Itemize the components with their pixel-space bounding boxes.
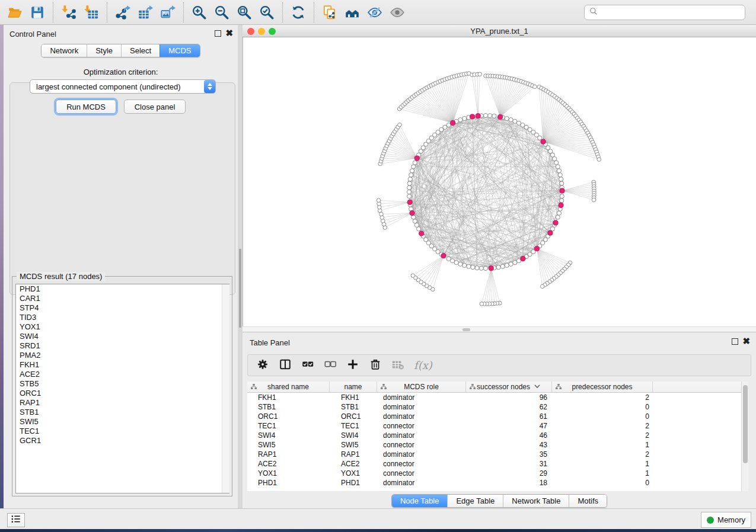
network-node[interactable]: [483, 113, 487, 117]
show-panels-button[interactable]: [7, 513, 25, 527]
mcds-hub-node[interactable]: [410, 210, 414, 215]
search-input[interactable]: [601, 8, 740, 18]
zoom-fit-button[interactable]: [233, 2, 256, 23]
tab-mcds[interactable]: MCDS: [160, 44, 199, 57]
network-node[interactable]: [458, 262, 462, 266]
table-float-icon[interactable]: [732, 338, 738, 345]
mcds-result-item[interactable]: SWI4: [16, 332, 229, 341]
mcds-result-item[interactable]: ORC1: [16, 389, 229, 398]
mcds-hub-node[interactable]: [548, 230, 553, 235]
search-box[interactable]: [584, 5, 745, 20]
tab-edge-table[interactable]: Edge Table: [447, 495, 503, 507]
tab-style[interactable]: Style: [87, 44, 121, 57]
table-row[interactable]: FKH1FKH1dominator962: [247, 393, 748, 402]
deselect-all-button[interactable]: [324, 358, 337, 373]
zoom-in-button[interactable]: [188, 2, 210, 23]
column-header-predecessor-nodes[interactable]: predecessor nodes: [552, 382, 653, 392]
run-mcds-button[interactable]: Run MCDS: [56, 100, 116, 114]
network-node[interactable]: [471, 265, 475, 270]
network-hscroll-thumb[interactable]: [462, 328, 470, 331]
network-leaf-node[interactable]: [478, 72, 482, 76]
table-close-icon[interactable]: ✖: [742, 338, 750, 344]
network-node[interactable]: [509, 262, 513, 266]
network-node[interactable]: [458, 118, 462, 122]
mcds-hub-node[interactable]: [451, 120, 455, 125]
mcds-result-list[interactable]: PHD1CAR1STP4TID3YOX1SWI4SRD1PMA2FKH1ACE2…: [15, 284, 229, 493]
network-horizontal-scrollbar[interactable]: [243, 326, 756, 332]
mcds-result-item[interactable]: PMA2: [16, 351, 229, 360]
network-node[interactable]: [414, 223, 419, 227]
network-node[interactable]: [412, 165, 416, 169]
table-options-button[interactable]: [256, 358, 269, 373]
network-node[interactable]: [557, 169, 561, 173]
network-node[interactable]: [559, 177, 563, 181]
hide-selected-button[interactable]: [363, 2, 386, 23]
mcds-result-item[interactable]: PHD1: [16, 284, 229, 294]
clone-network-button[interactable]: [318, 2, 341, 23]
optimization-criterion-select[interactable]: largest connected component (undirected): [30, 79, 216, 94]
network-leaf-node[interactable]: [592, 198, 596, 202]
zoom-selected-button[interactable]: [256, 2, 278, 23]
network-leaf-node[interactable]: [398, 123, 402, 127]
network-node[interactable]: [496, 265, 500, 270]
network-node[interactable]: [462, 116, 467, 120]
network-graph[interactable]: [243, 37, 756, 326]
mcds-hub-node[interactable]: [476, 114, 480, 118]
table-scrollbar-thumb[interactable]: [743, 385, 748, 463]
network-node[interactable]: [554, 161, 559, 165]
panel-splitter[interactable]: [238, 25, 243, 508]
mcds-result-item[interactable]: TID3: [16, 313, 229, 322]
mcds-result-item[interactable]: TEC1: [16, 427, 229, 436]
tab-select[interactable]: Select: [121, 44, 160, 57]
network-leaf-node[interactable]: [411, 274, 415, 278]
network-leaf-node[interactable]: [540, 284, 544, 289]
network-node[interactable]: [538, 136, 542, 140]
network-node[interactable]: [475, 266, 479, 270]
table-scrollbar[interactable]: [741, 382, 748, 491]
mcds-result-item[interactable]: CAR1: [16, 294, 229, 303]
network-leaf-node[interactable]: [597, 158, 601, 162]
table-row[interactable]: YOX1YOX1connector291: [247, 469, 748, 478]
tab-node-table[interactable]: Node Table: [392, 495, 448, 507]
network-node[interactable]: [462, 263, 467, 267]
first-neighbors-button[interactable]: [341, 2, 363, 23]
splitter-thumb[interactable]: [239, 249, 241, 328]
mcds-result-item[interactable]: SRD1: [16, 341, 229, 351]
column-header-MCDS-role[interactable]: MCDS role: [377, 382, 466, 392]
mcds-hub-node[interactable]: [470, 114, 474, 119]
network-node[interactable]: [454, 261, 458, 265]
tab-network[interactable]: Network: [42, 44, 87, 57]
network-node[interactable]: [513, 261, 517, 265]
column-header-successor-nodes[interactable]: successor nodes: [466, 382, 552, 392]
network-node[interactable]: [492, 114, 496, 118]
table-row[interactable]: TEC1TEC1connector472: [247, 421, 748, 431]
open-session-button[interactable]: [4, 2, 26, 23]
save-session-button[interactable]: [26, 2, 49, 23]
mcds-result-item[interactable]: STP4: [16, 303, 229, 313]
table-row[interactable]: SWI5SWI5connector431: [247, 440, 748, 450]
network-node[interactable]: [409, 173, 413, 177]
table-row[interactable]: SWI4SWI4dominator462: [247, 431, 748, 440]
network-node[interactable]: [556, 215, 560, 219]
network-node[interactable]: [446, 123, 451, 127]
show-all-button[interactable]: [386, 2, 409, 23]
mcds-result-item[interactable]: YOX1: [16, 322, 229, 332]
mcds-hub-node[interactable]: [560, 188, 564, 193]
mcds-result-item[interactable]: ACE2: [16, 370, 229, 379]
network-node[interactable]: [479, 266, 483, 270]
select-all-button[interactable]: [301, 358, 314, 373]
mcds-hub-node[interactable]: [414, 156, 419, 161]
network-node[interactable]: [560, 181, 564, 185]
mcds-hub-node[interactable]: [419, 231, 424, 236]
network-node[interactable]: [407, 185, 412, 190]
mcds-hub-node[interactable]: [441, 254, 446, 258]
tab-motifs[interactable]: Motifs: [569, 495, 607, 507]
delete-rows-button[interactable]: [369, 358, 382, 373]
network-node[interactable]: [407, 181, 412, 185]
network-node[interactable]: [505, 263, 509, 267]
mcds-hub-node[interactable]: [559, 203, 563, 207]
zoom-out-button[interactable]: [210, 2, 233, 23]
mcds-result-item[interactable]: RAP1: [16, 398, 229, 408]
network-node[interactable]: [407, 194, 412, 198]
import-table-button[interactable]: [80, 2, 103, 23]
